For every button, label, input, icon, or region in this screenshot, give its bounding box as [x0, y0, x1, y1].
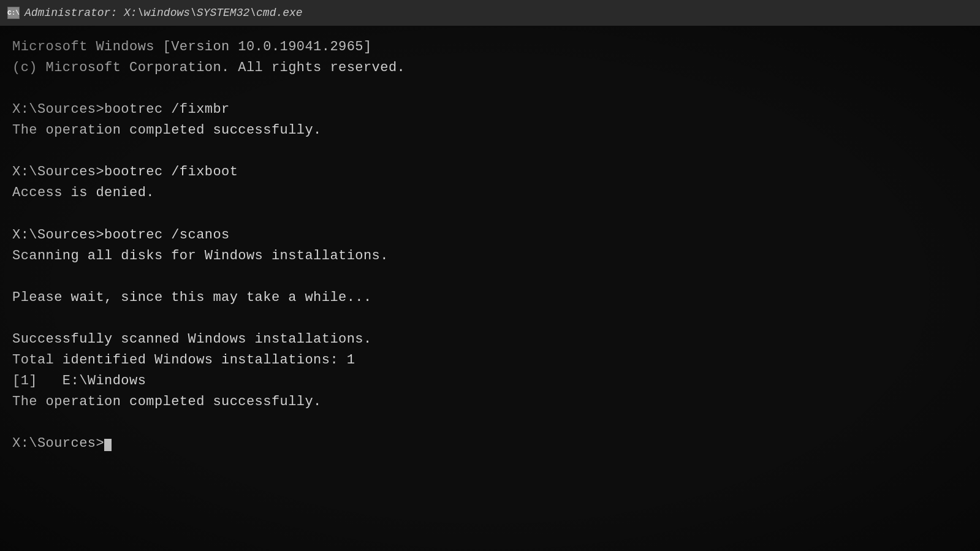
terminal-line [12, 412, 968, 433]
terminal-line: Access is denied. [12, 183, 968, 203]
terminal-output: Microsoft Windows [Version 10.0.19041.29… [12, 37, 968, 454]
terminal-line: Total identified Windows installations: … [12, 350, 968, 371]
terminal-line: X:\Sources>bootrec /fixboot [12, 162, 968, 183]
terminal-line: (c) Microsoft Corporation. All rights re… [12, 58, 968, 78]
terminal-line: X:\Sources>bootrec /fixmbr [12, 99, 968, 120]
title-bar: C:\ Administrator: X:\windows\SYSTEM32\c… [0, 0, 980, 26]
terminal-cursor [104, 439, 112, 451]
terminal-line: Scanning all disks for Windows installat… [12, 246, 968, 267]
terminal-line: Successfully scanned Windows installatio… [12, 329, 968, 350]
terminal-line [12, 267, 968, 287]
terminal-line: [1] E:\Windows [12, 371, 968, 392]
terminal-body[interactable]: Microsoft Windows [Version 10.0.19041.29… [0, 26, 980, 551]
terminal-line: X:\Sources>bootrec /scanos [12, 225, 968, 246]
terminal-line: X:\Sources> [12, 433, 968, 454]
terminal-line: Please wait, since this may take a while… [12, 287, 968, 308]
terminal-line [12, 141, 968, 162]
terminal-line [12, 308, 968, 329]
terminal-line: Microsoft Windows [Version 10.0.19041.29… [12, 37, 968, 58]
title-bar-text: Administrator: X:\windows\SYSTEM32\cmd.e… [25, 7, 303, 19]
window: C:\ Administrator: X:\windows\SYSTEM32\c… [0, 0, 980, 551]
cmd-icon: C:\ [7, 7, 20, 19]
terminal-line [12, 78, 968, 99]
terminal-line [12, 204, 968, 225]
terminal-line: The operation completed successfully. [12, 120, 968, 141]
terminal-line: The operation completed successfully. [12, 392, 968, 412]
